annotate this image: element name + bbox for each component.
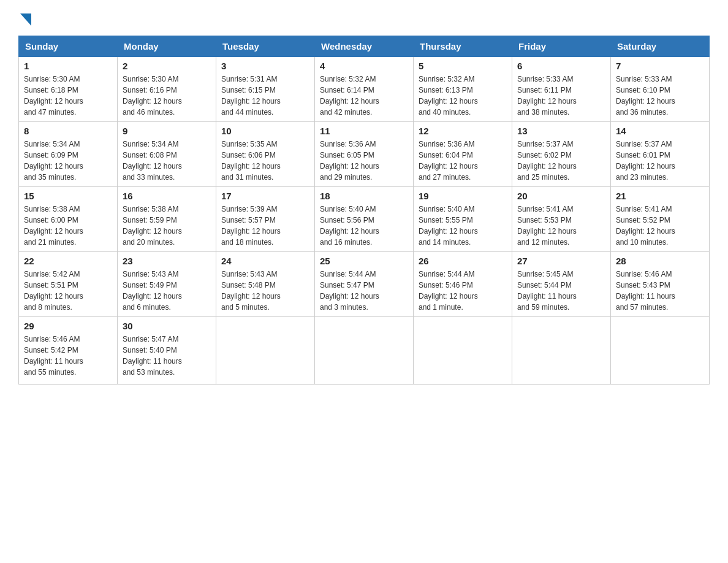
svg-marker-0 [20,13,31,26]
calendar-cell: 29 Sunrise: 5:46 AMSunset: 5:42 PMDaylig… [19,317,118,385]
calendar-cell: 19 Sunrise: 5:40 AMSunset: 5:55 PMDaylig… [414,187,512,252]
day-info: Sunrise: 5:33 AMSunset: 6:10 PMDaylight:… [616,74,704,118]
day-info: Sunrise: 5:30 AMSunset: 6:16 PMDaylight:… [123,74,211,118]
calendar-cell: 12 Sunrise: 5:36 AMSunset: 6:04 PMDaylig… [414,122,512,187]
header-saturday: Saturday [611,36,710,57]
day-info: Sunrise: 5:35 AMSunset: 6:06 PMDaylight:… [221,139,309,183]
day-number: 20 [517,191,605,201]
day-number: 9 [123,126,211,136]
day-info: Sunrise: 5:44 AMSunset: 5:47 PMDaylight:… [320,269,408,313]
day-info: Sunrise: 5:31 AMSunset: 6:15 PMDaylight:… [221,74,309,118]
header-monday: Monday [118,36,216,57]
calendar-cell: 4 Sunrise: 5:32 AMSunset: 6:14 PMDayligh… [315,57,414,122]
day-info: Sunrise: 5:45 AMSunset: 5:44 PMDaylight:… [517,269,605,313]
calendar-cell: 3 Sunrise: 5:31 AMSunset: 6:15 PMDayligh… [216,57,315,122]
day-number: 23 [123,256,211,266]
calendar-cell: 27 Sunrise: 5:45 AMSunset: 5:44 PMDaylig… [512,252,611,317]
day-number: 5 [419,61,507,71]
day-info: Sunrise: 5:38 AMSunset: 5:59 PMDaylight:… [123,204,211,248]
day-info: Sunrise: 5:36 AMSunset: 6:05 PMDaylight:… [320,139,408,183]
calendar-row-1: 1 Sunrise: 5:30 AMSunset: 6:18 PMDayligh… [19,57,710,122]
day-number: 30 [123,321,211,331]
calendar-cell: 2 Sunrise: 5:30 AMSunset: 6:16 PMDayligh… [118,57,216,122]
day-number: 25 [320,256,408,266]
calendar-cell: 30 Sunrise: 5:47 AMSunset: 5:40 PMDaylig… [118,317,216,385]
day-info: Sunrise: 5:46 AMSunset: 5:43 PMDaylight:… [616,269,704,313]
calendar-cell [216,317,315,385]
calendar-cell: 7 Sunrise: 5:33 AMSunset: 6:10 PMDayligh… [611,57,710,122]
logo [18,12,32,26]
day-number: 19 [419,191,507,201]
calendar-row-5: 29 Sunrise: 5:46 AMSunset: 5:42 PMDaylig… [19,317,710,385]
day-number: 10 [221,126,309,136]
calendar-cell [512,317,611,385]
day-info: Sunrise: 5:37 AMSunset: 6:02 PMDaylight:… [517,139,605,183]
day-number: 2 [123,61,211,71]
header-friday: Friday [512,36,611,57]
logo-arrow-icon [20,13,31,26]
calendar-table: SundayMondayTuesdayWednesdayThursdayFrid… [18,36,710,385]
calendar-cell: 15 Sunrise: 5:38 AMSunset: 6:00 PMDaylig… [19,187,118,252]
day-number: 21 [616,191,704,201]
page-header [18,12,710,26]
calendar-cell: 5 Sunrise: 5:32 AMSunset: 6:13 PMDayligh… [414,57,512,122]
day-number: 6 [517,61,605,71]
day-info: Sunrise: 5:46 AMSunset: 5:42 PMDaylight:… [24,334,112,378]
calendar-cell: 16 Sunrise: 5:38 AMSunset: 5:59 PMDaylig… [118,187,216,252]
day-number: 26 [419,256,507,266]
calendar-cell: 1 Sunrise: 5:30 AMSunset: 6:18 PMDayligh… [19,57,118,122]
calendar-cell: 17 Sunrise: 5:39 AMSunset: 5:57 PMDaylig… [216,187,315,252]
day-number: 27 [517,256,605,266]
day-number: 29 [24,321,112,331]
day-info: Sunrise: 5:44 AMSunset: 5:46 PMDaylight:… [419,269,507,313]
day-info: Sunrise: 5:40 AMSunset: 5:56 PMDaylight:… [320,204,408,248]
day-info: Sunrise: 5:38 AMSunset: 6:00 PMDaylight:… [24,204,112,248]
day-number: 15 [24,191,112,201]
calendar-cell: 23 Sunrise: 5:43 AMSunset: 5:49 PMDaylig… [118,252,216,317]
calendar-cell [414,317,512,385]
calendar-row-4: 22 Sunrise: 5:42 AMSunset: 5:51 PMDaylig… [19,252,710,317]
calendar-cell: 21 Sunrise: 5:41 AMSunset: 5:52 PMDaylig… [611,187,710,252]
day-info: Sunrise: 5:34 AMSunset: 6:08 PMDaylight:… [123,139,211,183]
calendar-cell: 8 Sunrise: 5:34 AMSunset: 6:09 PMDayligh… [19,122,118,187]
day-number: 17 [221,191,309,201]
day-number: 7 [616,61,704,71]
day-info: Sunrise: 5:41 AMSunset: 5:52 PMDaylight:… [616,204,704,248]
day-info: Sunrise: 5:30 AMSunset: 6:18 PMDaylight:… [24,74,112,118]
calendar-cell: 14 Sunrise: 5:37 AMSunset: 6:01 PMDaylig… [611,122,710,187]
calendar-header-row: SundayMondayTuesdayWednesdayThursdayFrid… [19,36,710,57]
header-tuesday: Tuesday [216,36,315,57]
calendar-row-2: 8 Sunrise: 5:34 AMSunset: 6:09 PMDayligh… [19,122,710,187]
day-info: Sunrise: 5:40 AMSunset: 5:55 PMDaylight:… [419,204,507,248]
day-number: 16 [123,191,211,201]
day-number: 4 [320,61,408,71]
header-thursday: Thursday [414,36,512,57]
calendar-cell: 9 Sunrise: 5:34 AMSunset: 6:08 PMDayligh… [118,122,216,187]
day-number: 3 [221,61,309,71]
day-info: Sunrise: 5:36 AMSunset: 6:04 PMDaylight:… [419,139,507,183]
day-info: Sunrise: 5:33 AMSunset: 6:11 PMDaylight:… [517,74,605,118]
header-sunday: Sunday [19,36,118,57]
day-info: Sunrise: 5:32 AMSunset: 6:14 PMDaylight:… [320,74,408,118]
calendar-cell: 6 Sunrise: 5:33 AMSunset: 6:11 PMDayligh… [512,57,611,122]
day-number: 11 [320,126,408,136]
day-number: 24 [221,256,309,266]
calendar-cell: 11 Sunrise: 5:36 AMSunset: 6:05 PMDaylig… [315,122,414,187]
day-info: Sunrise: 5:37 AMSunset: 6:01 PMDaylight:… [616,139,704,183]
calendar-row-3: 15 Sunrise: 5:38 AMSunset: 6:00 PMDaylig… [19,187,710,252]
header-wednesday: Wednesday [315,36,414,57]
calendar-cell: 22 Sunrise: 5:42 AMSunset: 5:51 PMDaylig… [19,252,118,317]
day-info: Sunrise: 5:43 AMSunset: 5:49 PMDaylight:… [123,269,211,313]
day-info: Sunrise: 5:42 AMSunset: 5:51 PMDaylight:… [24,269,112,313]
calendar-cell: 10 Sunrise: 5:35 AMSunset: 6:06 PMDaylig… [216,122,315,187]
calendar-cell: 18 Sunrise: 5:40 AMSunset: 5:56 PMDaylig… [315,187,414,252]
day-number: 28 [616,256,704,266]
calendar-cell: 13 Sunrise: 5:37 AMSunset: 6:02 PMDaylig… [512,122,611,187]
day-number: 18 [320,191,408,201]
day-info: Sunrise: 5:34 AMSunset: 6:09 PMDaylight:… [24,139,112,183]
day-info: Sunrise: 5:47 AMSunset: 5:40 PMDaylight:… [123,334,211,378]
day-number: 12 [419,126,507,136]
calendar-cell [611,317,710,385]
day-info: Sunrise: 5:43 AMSunset: 5:48 PMDaylight:… [221,269,309,313]
day-info: Sunrise: 5:32 AMSunset: 6:13 PMDaylight:… [419,74,507,118]
